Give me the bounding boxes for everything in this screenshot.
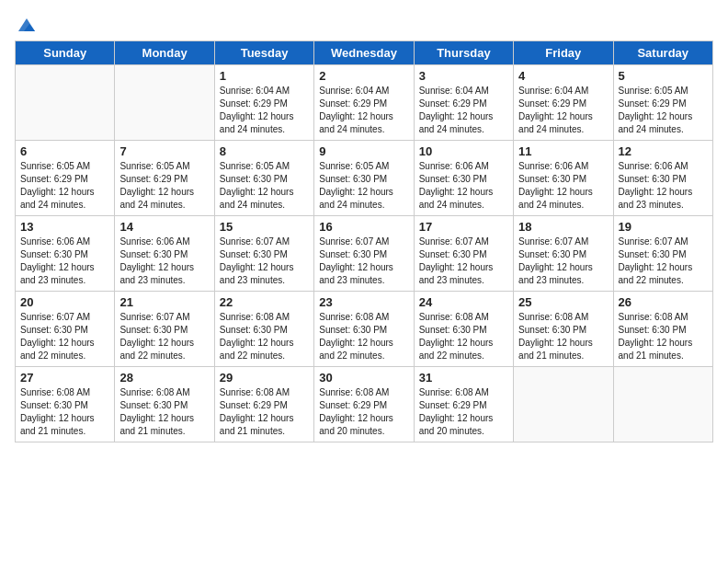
calendar-cell <box>514 367 613 442</box>
calendar-day-header: Tuesday <box>214 41 313 65</box>
day-number: 2 <box>319 69 408 83</box>
logo <box>15 15 37 31</box>
calendar-cell <box>115 65 214 141</box>
day-number: 28 <box>119 371 209 385</box>
day-info: Sunrise: 6:07 AM Sunset: 6:30 PM Dayligh… <box>419 236 508 287</box>
calendar-cell: 26Sunrise: 6:08 AM Sunset: 6:30 PM Dayli… <box>613 292 712 367</box>
calendar-day-header: Sunday <box>16 41 115 65</box>
calendar-cell: 24Sunrise: 6:08 AM Sunset: 6:30 PM Dayli… <box>414 292 513 367</box>
calendar-cell: 17Sunrise: 6:07 AM Sunset: 6:30 PM Dayli… <box>414 216 513 292</box>
day-number: 31 <box>419 371 508 385</box>
day-info: Sunrise: 6:06 AM Sunset: 6:30 PM Dayligh… <box>20 236 109 287</box>
day-info: Sunrise: 6:06 AM Sunset: 6:30 PM Dayligh… <box>518 160 608 212</box>
day-info: Sunrise: 6:07 AM Sunset: 6:30 PM Dayligh… <box>220 236 309 287</box>
logo-icon <box>17 15 37 35</box>
day-info: Sunrise: 6:08 AM Sunset: 6:30 PM Dayligh… <box>619 311 708 362</box>
day-number: 7 <box>119 144 209 158</box>
day-number: 12 <box>619 144 708 158</box>
calendar-cell: 30Sunrise: 6:08 AM Sunset: 6:29 PM Dayli… <box>314 367 414 442</box>
day-info: Sunrise: 6:08 AM Sunset: 6:29 PM Dayligh… <box>419 386 508 438</box>
calendar-cell: 28Sunrise: 6:08 AM Sunset: 6:30 PM Dayli… <box>115 367 214 442</box>
day-number: 11 <box>518 144 608 158</box>
calendar-cell: 31Sunrise: 6:08 AM Sunset: 6:29 PM Dayli… <box>414 367 513 442</box>
calendar-day-header: Monday <box>115 41 214 65</box>
day-number: 19 <box>619 220 708 234</box>
calendar-cell: 13Sunrise: 6:06 AM Sunset: 6:30 PM Dayli… <box>16 216 115 292</box>
day-number: 4 <box>518 69 608 83</box>
day-number: 13 <box>20 220 109 234</box>
calendar-week-row: 6Sunrise: 6:05 AM Sunset: 6:29 PM Daylig… <box>16 141 713 216</box>
calendar-cell: 16Sunrise: 6:07 AM Sunset: 6:30 PM Dayli… <box>314 216 414 292</box>
day-number: 14 <box>119 220 209 234</box>
calendar-cell: 5Sunrise: 6:05 AM Sunset: 6:29 PM Daylig… <box>613 65 712 141</box>
day-number: 25 <box>518 295 608 309</box>
day-info: Sunrise: 6:08 AM Sunset: 6:30 PM Dayligh… <box>119 386 209 438</box>
day-info: Sunrise: 6:07 AM Sunset: 6:30 PM Dayligh… <box>619 236 708 287</box>
calendar-cell: 9Sunrise: 6:05 AM Sunset: 6:30 PM Daylig… <box>314 141 414 216</box>
day-info: Sunrise: 6:08 AM Sunset: 6:30 PM Dayligh… <box>419 311 508 362</box>
calendar-day-header: Friday <box>514 41 613 65</box>
calendar-cell <box>16 65 115 141</box>
day-info: Sunrise: 6:04 AM Sunset: 6:29 PM Dayligh… <box>220 85 309 136</box>
calendar-cell: 29Sunrise: 6:08 AM Sunset: 6:29 PM Dayli… <box>214 367 313 442</box>
calendar-cell: 21Sunrise: 6:07 AM Sunset: 6:30 PM Dayli… <box>115 292 214 367</box>
page-header <box>15 15 713 31</box>
calendar-cell: 3Sunrise: 6:04 AM Sunset: 6:29 PM Daylig… <box>414 65 513 141</box>
day-info: Sunrise: 6:08 AM Sunset: 6:29 PM Dayligh… <box>220 386 309 438</box>
calendar-cell: 18Sunrise: 6:07 AM Sunset: 6:30 PM Dayli… <box>514 216 613 292</box>
calendar-cell: 25Sunrise: 6:08 AM Sunset: 6:30 PM Dayli… <box>514 292 613 367</box>
day-info: Sunrise: 6:04 AM Sunset: 6:29 PM Dayligh… <box>518 85 608 136</box>
day-number: 30 <box>319 371 408 385</box>
calendar-week-row: 27Sunrise: 6:08 AM Sunset: 6:30 PM Dayli… <box>16 367 713 442</box>
day-info: Sunrise: 6:08 AM Sunset: 6:30 PM Dayligh… <box>20 386 109 438</box>
day-number: 18 <box>518 220 608 234</box>
day-info: Sunrise: 6:07 AM Sunset: 6:30 PM Dayligh… <box>319 236 408 287</box>
calendar-cell: 27Sunrise: 6:08 AM Sunset: 6:30 PM Dayli… <box>16 367 115 442</box>
day-number: 8 <box>220 144 309 158</box>
calendar-cell: 15Sunrise: 6:07 AM Sunset: 6:30 PM Dayli… <box>214 216 313 292</box>
day-number: 22 <box>220 295 309 309</box>
calendar-week-row: 13Sunrise: 6:06 AM Sunset: 6:30 PM Dayli… <box>16 216 713 292</box>
day-info: Sunrise: 6:08 AM Sunset: 6:30 PM Dayligh… <box>319 311 408 362</box>
day-number: 24 <box>419 295 508 309</box>
calendar-table: SundayMondayTuesdayWednesdayThursdayFrid… <box>15 40 713 442</box>
day-number: 16 <box>319 220 408 234</box>
calendar-cell: 8Sunrise: 6:05 AM Sunset: 6:30 PM Daylig… <box>214 141 313 216</box>
day-number: 29 <box>220 371 309 385</box>
day-info: Sunrise: 6:05 AM Sunset: 6:29 PM Dayligh… <box>20 160 109 212</box>
day-info: Sunrise: 6:05 AM Sunset: 6:30 PM Dayligh… <box>319 160 408 212</box>
day-number: 1 <box>220 69 309 83</box>
day-number: 23 <box>319 295 408 309</box>
day-info: Sunrise: 6:08 AM Sunset: 6:29 PM Dayligh… <box>319 386 408 438</box>
calendar-header-row: SundayMondayTuesdayWednesdayThursdayFrid… <box>16 41 713 65</box>
day-number: 27 <box>20 371 109 385</box>
calendar-cell: 1Sunrise: 6:04 AM Sunset: 6:29 PM Daylig… <box>214 65 313 141</box>
day-info: Sunrise: 6:05 AM Sunset: 6:29 PM Dayligh… <box>119 160 209 212</box>
calendar-week-row: 1Sunrise: 6:04 AM Sunset: 6:29 PM Daylig… <box>16 65 713 141</box>
calendar-cell: 4Sunrise: 6:04 AM Sunset: 6:29 PM Daylig… <box>514 65 613 141</box>
day-number: 15 <box>220 220 309 234</box>
calendar-day-header: Saturday <box>613 41 712 65</box>
day-info: Sunrise: 6:07 AM Sunset: 6:30 PM Dayligh… <box>119 311 209 362</box>
day-info: Sunrise: 6:07 AM Sunset: 6:30 PM Dayligh… <box>518 236 608 287</box>
day-info: Sunrise: 6:04 AM Sunset: 6:29 PM Dayligh… <box>319 85 408 136</box>
day-number: 5 <box>619 69 708 83</box>
calendar-cell: 2Sunrise: 6:04 AM Sunset: 6:29 PM Daylig… <box>314 65 414 141</box>
calendar-cell: 11Sunrise: 6:06 AM Sunset: 6:30 PM Dayli… <box>514 141 613 216</box>
day-number: 10 <box>419 144 508 158</box>
calendar-cell: 19Sunrise: 6:07 AM Sunset: 6:30 PM Dayli… <box>613 216 712 292</box>
day-info: Sunrise: 6:06 AM Sunset: 6:30 PM Dayligh… <box>119 236 209 287</box>
day-info: Sunrise: 6:08 AM Sunset: 6:30 PM Dayligh… <box>220 311 309 362</box>
calendar-cell: 20Sunrise: 6:07 AM Sunset: 6:30 PM Dayli… <box>16 292 115 367</box>
day-number: 6 <box>20 144 109 158</box>
day-info: Sunrise: 6:05 AM Sunset: 6:30 PM Dayligh… <box>220 160 309 212</box>
calendar-week-row: 20Sunrise: 6:07 AM Sunset: 6:30 PM Dayli… <box>16 292 713 367</box>
day-number: 21 <box>119 295 209 309</box>
day-info: Sunrise: 6:08 AM Sunset: 6:30 PM Dayligh… <box>518 311 608 362</box>
calendar-cell: 6Sunrise: 6:05 AM Sunset: 6:29 PM Daylig… <box>16 141 115 216</box>
day-info: Sunrise: 6:05 AM Sunset: 6:29 PM Dayligh… <box>619 85 708 136</box>
day-number: 20 <box>20 295 109 309</box>
day-info: Sunrise: 6:06 AM Sunset: 6:30 PM Dayligh… <box>619 160 708 212</box>
day-info: Sunrise: 6:04 AM Sunset: 6:29 PM Dayligh… <box>419 85 508 136</box>
calendar-day-header: Thursday <box>414 41 513 65</box>
